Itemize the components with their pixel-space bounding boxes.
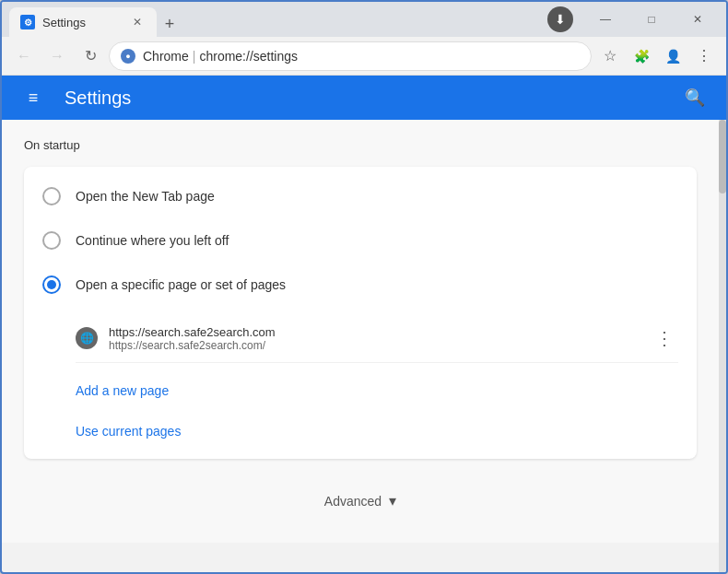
reload-button[interactable]: ↻ [76, 41, 105, 71]
new-tab-label: Open the New Tab page [76, 189, 215, 204]
active-tab[interactable]: ⚙ Settings ✕ [9, 7, 157, 37]
settings-search-button[interactable]: 🔍 [678, 81, 711, 114]
scrollbar-thumb[interactable] [719, 120, 726, 193]
address-text: Chrome | chrome://settings [143, 49, 298, 64]
advanced-arrow-icon: ▾ [389, 492, 396, 510]
url-more-button[interactable]: ⋮ [649, 323, 678, 353]
scrollbar[interactable] [719, 120, 726, 572]
use-current-section: Use current pages [24, 411, 697, 451]
address-bar[interactable]: ● Chrome | chrome://settings [109, 41, 592, 71]
url-address: https://search.safe2search.com/ [109, 339, 638, 352]
navigation-bar: ← → ↻ ● Chrome | chrome://settings ☆ 🧩 [2, 37, 726, 76]
settings-page-title: Settings [65, 88, 663, 109]
continue-label: Continue where you left off [76, 233, 229, 248]
startup-option-new-tab[interactable]: Open the New Tab page [24, 174, 697, 218]
startup-option-continue[interactable]: Continue where you left off [24, 218, 697, 263]
hamburger-menu-button[interactable]: ≡ [17, 81, 50, 114]
globe-icon: 🌐 [76, 327, 98, 349]
tab-favicon: ⚙ [20, 15, 35, 29]
startup-options-card: Open the New Tab page Continue where you… [24, 167, 697, 459]
url-texts: https://search.safe2search.com https://s… [109, 325, 638, 352]
url-section: 🌐 https://search.safe2search.com https:/… [24, 307, 697, 370]
add-new-page-button[interactable]: Add a new page [76, 374, 169, 407]
url-name: https://search.safe2search.com [109, 325, 638, 339]
advanced-label: Advanced [324, 494, 382, 509]
url-more-icon: ⋮ [655, 327, 673, 349]
reload-icon: ↻ [85, 47, 97, 64]
forward-icon: → [50, 48, 65, 64]
hamburger-icon: ≡ [29, 88, 39, 108]
address-favicon: ● [121, 49, 135, 64]
window-controls: — □ ✕ [584, 6, 719, 33]
address-chrome-label: Chrome [143, 49, 189, 64]
radio-specific-selected [42, 275, 61, 294]
settings-header: ≡ Settings 🔍 [2, 76, 726, 120]
new-tab-button[interactable]: + [157, 11, 182, 37]
profile-icon: 👤 [665, 49, 681, 64]
browser-window: ⚙ Settings ✕ + ⬇ — □ ✕ ← [0, 0, 728, 574]
more-menu-button[interactable]: ⋮ [689, 41, 719, 71]
add-page-section: Add a new page [24, 370, 697, 411]
download-icon: ⬇ [555, 12, 566, 27]
tab-close-button[interactable]: ✕ [129, 14, 146, 30]
address-separator: | [193, 49, 196, 64]
content-relative: On startup Open the New Tab page Continu… [2, 120, 719, 572]
use-current-pages-button[interactable]: Use current pages [76, 415, 181, 448]
radio-new-tab [42, 187, 61, 205]
advanced-section[interactable]: Advanced ▾ [24, 477, 697, 524]
forward-button[interactable]: → [42, 41, 72, 71]
bookmark-button[interactable]: ☆ [595, 41, 625, 71]
settings-content: On startup Open the New Tab page Continu… [2, 120, 719, 543]
on-startup-section-title: On startup [24, 138, 697, 152]
back-icon: ← [17, 48, 31, 64]
address-url: chrome://settings [199, 49, 298, 64]
back-button[interactable]: ← [9, 41, 39, 71]
url-entry: 🌐 https://search.safe2search.com https:/… [76, 314, 678, 363]
maximize-button[interactable]: □ [630, 6, 673, 33]
radio-continue [42, 231, 61, 250]
close-button[interactable]: ✕ [676, 6, 719, 33]
extensions-button[interactable]: 🧩 [627, 41, 656, 71]
extensions-icon: 🧩 [634, 49, 650, 64]
bookmark-icon: ☆ [604, 47, 616, 64]
download-indicator[interactable]: ⬇ [547, 6, 573, 32]
profile-button[interactable]: 👤 [658, 41, 687, 71]
settings-search-icon: 🔍 [685, 88, 705, 108]
title-bar: ⚙ Settings ✕ + ⬇ — □ ✕ [2, 2, 726, 37]
minimize-button[interactable]: — [584, 6, 627, 33]
tab-title: Settings [42, 16, 86, 29]
startup-option-specific[interactable]: Open a specific page or set of pages [24, 263, 697, 307]
nav-right-buttons: ☆ 🧩 👤 ⋮ [595, 41, 719, 71]
specific-label: Open a specific page or set of pages [76, 277, 286, 292]
more-menu-icon: ⋮ [697, 47, 711, 64]
tab-strip: ⚙ Settings ✕ + [9, 2, 544, 37]
content-wrapper: On startup Open the New Tab page Continu… [2, 120, 726, 572]
